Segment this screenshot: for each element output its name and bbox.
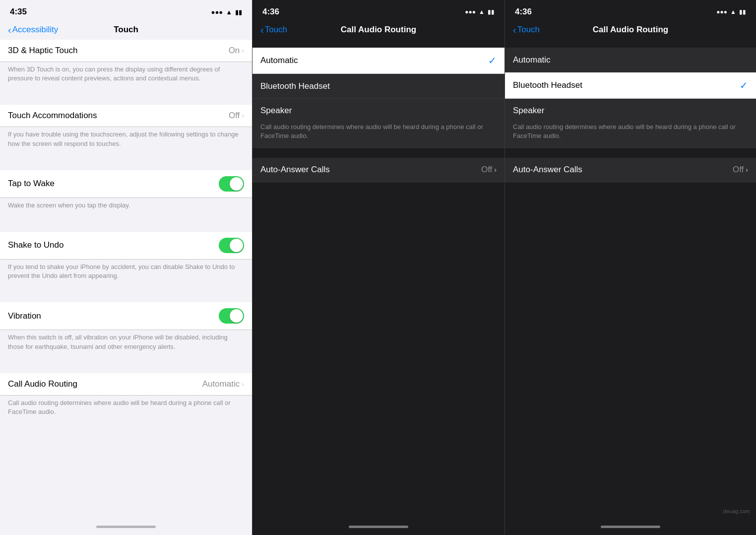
row-label-touch-acc: Touch Accommodations	[8, 111, 97, 121]
home-indicator-2	[252, 518, 504, 535]
toggle-knob-vibration	[230, 309, 243, 323]
toggle-shake-undo[interactable]	[219, 238, 244, 253]
nav-title-2: Call Audio Routing	[341, 25, 416, 35]
option-bluetooth-3[interactable]: Bluetooth Headset ✓	[505, 72, 756, 99]
desc-3d-haptic: When 3D Touch is on, you can press the d…	[0, 62, 252, 89]
label-bluetooth-2: Bluetooth Headset	[260, 81, 330, 91]
spacer-3	[505, 148, 756, 158]
panel-call-audio-2: 4:36 ●●● ▲ ▮▮ ‹ Touch Call Audio Routing…	[252, 0, 504, 535]
checkmark-bluetooth-3: ✓	[740, 79, 748, 91]
top-space-3	[505, 40, 756, 48]
status-icons-1: ●●● ▲ ▮▮	[211, 8, 242, 16]
auto-answer-label-3: Auto-Answer Calls	[513, 165, 582, 175]
wifi-icon: ▲	[226, 8, 232, 16]
status-icons-2: ●●● ▲ ▮▮	[465, 8, 495, 15]
chevron-auto-3: ›	[746, 166, 748, 174]
label-automatic-2: Automatic	[260, 56, 298, 66]
label-speaker-3: Speaker	[513, 106, 544, 116]
home-indicator-3	[505, 518, 756, 535]
desc-car: Call audio routing determines where audi…	[0, 396, 252, 422]
chevron-3d-haptic: ›	[242, 47, 244, 55]
home-indicator-1	[0, 518, 252, 535]
signal-icon: ●●●	[211, 8, 223, 16]
row-right-car: Automatic ›	[202, 379, 244, 389]
back-button-1[interactable]: ‹ Accessibility	[8, 25, 58, 35]
back-label-1: Accessibility	[12, 25, 59, 35]
desc-vibration: When this switch is off, all vibration o…	[0, 330, 252, 357]
wifi-icon-2: ▲	[479, 8, 485, 15]
settings-list-1: 3D & Haptic Touch On › When 3D Touch is …	[0, 40, 252, 518]
chevron-touch-acc: ›	[242, 112, 244, 120]
home-bar-3	[601, 526, 660, 528]
panel-call-audio-3: 4:36 ●●● ▲ ▮▮ ‹ Touch Call Audio Routing…	[505, 0, 756, 535]
option-bluetooth-2[interactable]: Bluetooth Headset	[252, 74, 504, 99]
row-vibration[interactable]: Vibration	[0, 302, 252, 330]
row-tap-to-wake[interactable]: Tap to Wake	[0, 170, 252, 198]
row-label-3d-haptic: 3D & Haptic Touch	[8, 46, 77, 56]
fill-2	[252, 182, 504, 518]
chevron-left-icon-2: ‹	[260, 25, 264, 35]
panel-accessibility-touch: 4:35 ●●● ▲ ▮▮ ‹ Accessibility Touch 3D &…	[0, 0, 252, 535]
status-time-1: 4:35	[10, 7, 27, 17]
option-speaker-3[interactable]: Speaker	[505, 99, 756, 123]
row-shake-to-undo[interactable]: Shake to Undo	[0, 232, 252, 260]
row-right-3d-haptic: On ›	[229, 46, 244, 56]
nav-header-2: ‹ Touch Call Audio Routing	[252, 22, 504, 40]
checkmark-automatic-2: ✓	[488, 55, 497, 67]
status-time-3: 4:36	[515, 7, 532, 17]
back-button-2[interactable]: ‹ Touch	[260, 25, 287, 35]
auto-answer-row-2[interactable]: Auto-Answer Calls Off ›	[252, 158, 504, 182]
nav-title-1: Touch	[114, 25, 138, 35]
wifi-icon-3: ▲	[730, 8, 736, 15]
desc-tap-wake: Wake the screen when you tap the display…	[0, 198, 252, 216]
row-3d-haptic-touch[interactable]: 3D & Haptic Touch On ›	[0, 40, 252, 62]
option-speaker-section-2: Speaker Call audio routing determines wh…	[252, 99, 504, 148]
option-speaker-2[interactable]: Speaker	[252, 99, 504, 123]
separator-4	[0, 286, 252, 302]
back-label-2: Touch	[265, 25, 287, 35]
row-label-vibration: Vibration	[8, 311, 41, 321]
auto-answer-value-2: Off	[481, 165, 492, 175]
watermark: deuag.com	[723, 508, 750, 514]
chevron-left-icon-3: ‹	[513, 25, 516, 35]
chevron-car: ›	[242, 380, 244, 388]
home-bar-1	[96, 526, 156, 528]
row-value-3d-haptic: On	[229, 46, 240, 56]
separator-1	[0, 89, 252, 105]
nav-header-1: ‹ Accessibility Touch	[0, 22, 252, 40]
nav-title-3: Call Audio Routing	[593, 25, 668, 35]
option-automatic-3[interactable]: Automatic	[505, 48, 756, 72]
toggle-knob-shake	[230, 239, 243, 252]
row-touch-accommodations[interactable]: Touch Accommodations Off ›	[0, 105, 252, 127]
desc-speaker-2: Call audio routing determines where audi…	[252, 123, 504, 147]
auto-answer-right-3: Off ›	[733, 165, 748, 175]
desc-shake: If you tend to shake your iPhone by acci…	[0, 260, 252, 286]
auto-answer-row-3[interactable]: Auto-Answer Calls Off ›	[505, 158, 756, 182]
separator-3	[0, 216, 252, 232]
back-button-3[interactable]: ‹ Touch	[513, 25, 540, 35]
row-value-car: Automatic	[202, 379, 240, 389]
auto-answer-value-3: Off	[733, 165, 744, 175]
separator-5	[0, 357, 252, 373]
toggle-vibration[interactable]	[219, 308, 244, 324]
label-automatic-3: Automatic	[513, 55, 551, 65]
battery-icon-2: ▮▮	[488, 8, 495, 15]
signal-icon-2: ●●●	[465, 8, 476, 15]
desc-speaker-3: Call audio routing determines where audi…	[505, 123, 756, 147]
battery-icon-3: ▮▮	[739, 8, 746, 15]
toggle-tap-to-wake[interactable]	[219, 176, 244, 192]
fill-3: deuag.com	[505, 182, 756, 518]
battery-icon: ▮▮	[235, 8, 242, 16]
status-icons-3: ●●● ▲ ▮▮	[716, 8, 746, 15]
chevron-auto-2: ›	[494, 166, 497, 174]
option-automatic-2[interactable]: Automatic ✓	[252, 48, 504, 74]
label-bluetooth-3: Bluetooth Headset	[513, 80, 582, 90]
auto-answer-right-2: Off ›	[481, 165, 497, 175]
label-speaker-2: Speaker	[260, 106, 292, 116]
status-bar-2: 4:36 ●●● ▲ ▮▮	[252, 0, 504, 22]
signal-icon-3: ●●●	[716, 8, 727, 15]
row-call-audio-routing[interactable]: Call Audio Routing Automatic ›	[0, 373, 252, 396]
option-speaker-section-3: Speaker Call audio routing determines wh…	[505, 99, 756, 148]
home-bar-2	[349, 526, 408, 528]
row-label-tap-wake: Tap to Wake	[8, 179, 55, 189]
